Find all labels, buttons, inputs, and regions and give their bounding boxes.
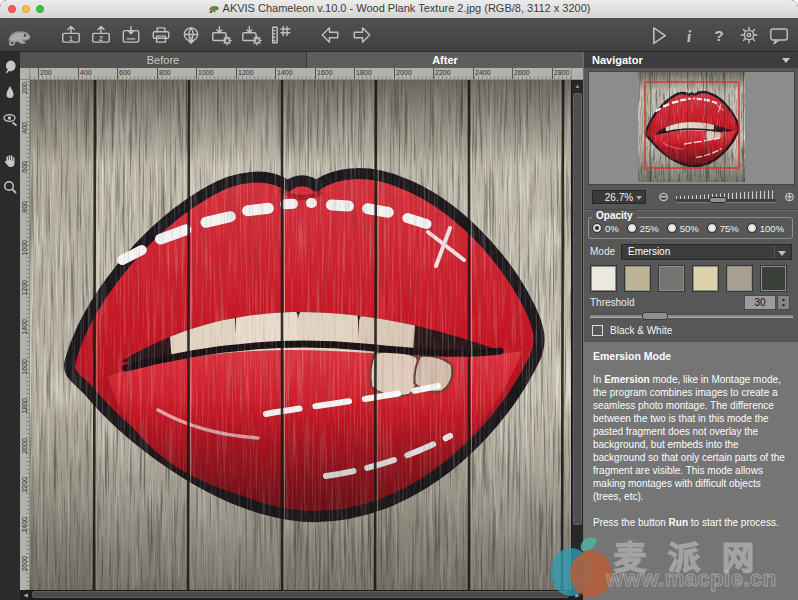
- export-preset-button[interactable]: [210, 24, 232, 46]
- hruler-label: 1400: [275, 68, 293, 80]
- hruler-label: 2400: [473, 68, 491, 80]
- app-logo-button[interactable]: [6, 23, 34, 47]
- preferences-button[interactable]: [738, 24, 760, 46]
- opacity-group-label: Opacity: [592, 210, 637, 222]
- vertical-scrollbar[interactable]: ▲ ▼: [571, 80, 583, 590]
- horizontal-scrollbar[interactable]: ◀ ▶: [20, 590, 583, 600]
- opacity-radio-50[interactable]: [667, 223, 677, 233]
- print-button[interactable]: [150, 24, 172, 46]
- color-swatch-1[interactable]: [590, 265, 617, 292]
- scroll-left-icon[interactable]: ◀: [20, 590, 31, 600]
- open-second-image-icon: 2: [90, 24, 112, 46]
- opacity-radio-100[interactable]: [747, 223, 757, 233]
- zoom-dropdown-caret-icon: [636, 196, 642, 200]
- opacity-radio-25[interactable]: [627, 223, 637, 233]
- color-swatch-4[interactable]: [692, 265, 719, 292]
- scroll-right-icon[interactable]: ▶: [572, 590, 583, 600]
- threshold-slider-thumb[interactable]: [642, 312, 668, 320]
- svg-text:i: i: [687, 26, 692, 45]
- color-swatch-3[interactable]: [658, 265, 685, 292]
- tab-before[interactable]: Before: [20, 52, 307, 68]
- hand-tool-icon: [2, 153, 18, 169]
- export-preset-icon: [210, 24, 232, 46]
- import-preset-icon: [240, 24, 262, 46]
- drop-tool-button[interactable]: [2, 85, 18, 101]
- fragment-tool-icon: [2, 59, 18, 75]
- color-swatch-6[interactable]: [760, 265, 787, 292]
- window-title: AKVIS Chameleon v.10.0 - Wood Plank Text…: [0, 2, 798, 14]
- vruler-label: 800: [20, 201, 29, 213]
- spinner-down-icon[interactable]: ▼: [778, 302, 789, 308]
- question-icon: ?: [708, 24, 730, 46]
- about-button[interactable]: i: [678, 24, 700, 46]
- vruler-label: 1000: [20, 240, 29, 256]
- open-first-image-button[interactable]: 1: [60, 24, 82, 46]
- undo-button[interactable]: [318, 24, 342, 46]
- vruler-label: 200: [20, 82, 29, 94]
- black-white-checkbox[interactable]: [592, 325, 603, 336]
- import-preset-button[interactable]: [240, 24, 262, 46]
- hruler-label: 2800: [552, 68, 570, 80]
- opacity-radio-100-label: 100%: [760, 223, 784, 234]
- fragment-tool-button[interactable]: [2, 59, 18, 75]
- zoom-tool-button[interactable]: [2, 179, 18, 195]
- zoom-percent-dropdown[interactable]: 26.7%: [592, 190, 646, 204]
- threshold-slider[interactable]: [590, 314, 793, 318]
- chameleon-logo-icon: [6, 23, 34, 47]
- opacity-radio-0[interactable]: [592, 223, 602, 233]
- opacity-radio-25-label: 25%: [640, 223, 659, 234]
- zoom-slider[interactable]: [676, 190, 776, 204]
- zoom-in-button[interactable]: ⊕: [784, 188, 795, 206]
- title-bar[interactable]: AKVIS Chameleon v.10.0 - Wood Plank Text…: [0, 0, 798, 19]
- arrow-left-icon: [318, 24, 342, 46]
- eye-pencil-tool-icon: [2, 111, 18, 127]
- canvas-after-view[interactable]: [30, 80, 571, 590]
- vertical-ruler: 200 400 600 800 1000 1200 1400 1600 1800…: [20, 80, 30, 590]
- svg-text:?: ?: [714, 26, 723, 43]
- navigator-header[interactable]: Navigator: [584, 52, 798, 68]
- threshold-value-field[interactable]: 30: [744, 295, 776, 310]
- open-second-image-button[interactable]: 2: [90, 24, 112, 46]
- scroll-down-icon[interactable]: ▼: [572, 578, 583, 590]
- hruler-label: 1200: [236, 68, 254, 80]
- color-swatches: [590, 265, 793, 292]
- run-button[interactable]: [646, 23, 670, 47]
- share-online-button[interactable]: [180, 24, 202, 46]
- navigator-thumbnail[interactable]: [588, 71, 795, 185]
- zoom-controls: 26.7% ⊖ ⊕: [584, 188, 798, 206]
- black-white-row: Black & White: [584, 324, 798, 340]
- hruler-label: 2200: [433, 68, 451, 80]
- black-white-label: Black & White: [610, 324, 672, 338]
- arrow-right-icon: [350, 24, 374, 46]
- eye-pencil-tool-button[interactable]: [2, 111, 18, 127]
- save-button[interactable]: [120, 24, 142, 46]
- horizontal-ruler: 200 400 600 800 1000 1200 1400 1600 1800…: [30, 68, 571, 80]
- hand-tool-button[interactable]: [2, 153, 18, 169]
- horizontal-scrollbar-thumb[interactable]: [32, 591, 569, 598]
- threshold-spinner[interactable]: ▲ ▼: [777, 295, 790, 310]
- redo-button[interactable]: [350, 24, 374, 46]
- scroll-up-icon[interactable]: ▲: [572, 80, 583, 92]
- collapse-caret-icon[interactable]: [782, 58, 790, 63]
- vertical-scrollbar-thumb[interactable]: [573, 93, 582, 525]
- save-icon: [120, 24, 142, 46]
- mode-dropdown[interactable]: Emersion: [621, 244, 792, 260]
- hruler-label: 400: [78, 68, 92, 80]
- tab-after[interactable]: After: [307, 52, 583, 68]
- drop-tool-icon: [2, 85, 18, 101]
- app-doc-icon: [208, 2, 220, 14]
- preferences-size-button[interactable]: [270, 24, 292, 46]
- hruler-label: 2000: [394, 68, 412, 80]
- navigator-preview-image: [589, 72, 794, 182]
- ruler-corner: [20, 68, 30, 80]
- open-first-image-icon: 1: [60, 24, 82, 46]
- help-button[interactable]: ?: [708, 24, 730, 46]
- share-globe-icon: [180, 24, 202, 46]
- opacity-radio-75[interactable]: [707, 223, 717, 233]
- feedback-button[interactable]: [768, 24, 790, 46]
- color-swatch-2[interactable]: [624, 265, 651, 292]
- color-swatch-5[interactable]: [726, 265, 753, 292]
- vruler-label: 400: [20, 122, 29, 134]
- zoom-slider-thumb[interactable]: [709, 197, 727, 203]
- zoom-out-button[interactable]: ⊖: [658, 188, 669, 206]
